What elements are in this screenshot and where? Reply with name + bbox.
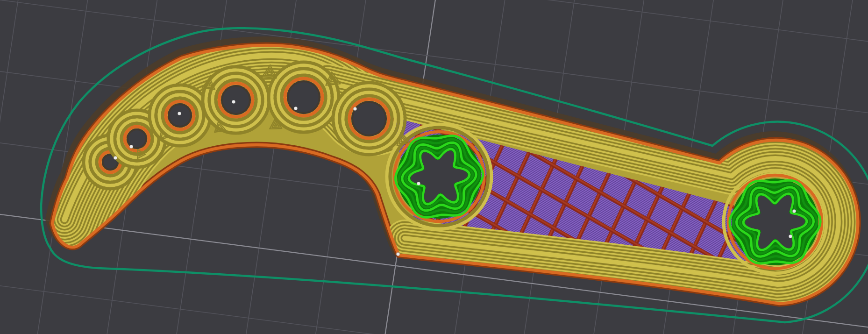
hole [351,101,387,136]
toolpath-ring [327,82,839,284]
hole-inner-shadow [103,155,118,170]
hole-perimeter [125,127,149,151]
grid-line-horizontal [0,320,868,334]
hole-toolpath-ring [336,86,402,151]
seam-marker-dot [114,156,117,160]
hole-perimeter [100,152,121,172]
hole-toolpath-ring [269,62,339,132]
toolpath-ring [327,82,839,284]
hole-toolpath-ring [333,83,405,155]
grid-line-vertical [738,0,868,334]
skirt-outline [41,28,868,322]
gap-fill-triangle [270,118,282,129]
grid-line-vertical [261,0,394,334]
gap-fill-triangle [137,149,145,158]
gap-fill-triangle [202,78,215,89]
hole-toolpath-ring [343,92,395,145]
gap-fill-triangle [139,152,142,156]
gap-fill-triangle [275,124,277,126]
hole-perimeter [166,101,194,129]
hole-perimeter [285,78,322,116]
seam-marker-dot [294,107,298,110]
toolpath-ring [327,82,839,284]
green-feature-base [397,135,481,219]
toolpath-ring [64,56,372,220]
toolpath-ring [64,56,372,220]
hole-toolpath-ring [97,149,124,176]
gap-fill-triangle [267,71,272,75]
toolpath-ring [64,56,372,220]
gap-fill-triangle [399,135,408,143]
gap-fill-triangle [205,80,213,88]
concentric-infill-handle [64,56,372,220]
gap-fill-triangle [262,65,277,78]
gap-fill-triangle [272,121,279,128]
hole-toolpath-ring [108,110,165,167]
green-feature-base [732,178,818,265]
green-feature-ring [399,139,480,214]
seam-marker-dot [129,145,133,149]
grid-line-vertical [602,0,735,334]
hole-inner-shadow [352,102,386,135]
green-feature-ring [402,142,476,210]
boss-hole [411,151,468,203]
part-base [52,45,858,304]
hole-toolpath-ring [203,67,269,133]
toolpath-ring [327,82,839,284]
hole [221,85,251,115]
grid-line-horizontal [0,0,868,88]
hole [102,154,119,171]
grid-line-horizontal [0,0,868,158]
hole-toolpath-ring [93,145,127,179]
gap-fill-triangle [401,138,405,142]
green-feature-ring [733,184,817,260]
hole-perimeter [349,99,389,138]
seam-marker-dot [789,235,792,238]
toolpath-ring [64,56,372,220]
toolpath-ring [64,56,372,220]
grid-line-horizontal [0,180,868,334]
hole-inner-shadow [169,104,191,127]
outer-perimeter [52,45,858,304]
grid-line-vertical [329,0,462,334]
hole-inner-shadow [222,86,250,114]
gap-fill-triangle [214,121,226,132]
toolpath-ring [64,56,372,220]
solid-infill-region [391,117,752,277]
hole-toolpath-ring [163,98,197,133]
hole-toolpath-ring [340,89,398,148]
build-plate-background [0,0,868,334]
grid-line-vertical [534,0,667,334]
toolpath-ring [64,56,372,220]
toolpath-ring [64,56,372,220]
toolpath-ring [327,82,839,284]
toolpath-ring [64,56,372,220]
gap-fill-triangles [137,65,410,158]
seam-marker-dot [792,209,796,213]
grid-line-vertical [397,0,530,334]
build-plate-grid [0,0,868,334]
hole-toolpath-ring [216,80,256,120]
hole [127,128,147,149]
hole-perimeter [394,132,484,221]
grid-line-vertical [56,0,189,334]
grid-line-horizontal [0,40,868,228]
boss-hole [745,195,805,249]
toolpath-ring [64,56,372,220]
hole-toolpath-ring [121,123,152,154]
seam-marker-dot [353,107,357,111]
hole-toolpath-ring [153,88,207,142]
hole-toolpath-ring [213,77,259,123]
grid-line-vertical [0,0,53,334]
grid-line-horizontal [0,0,868,18]
grid-infill-crosshatch-b [391,117,752,277]
toolpath-ring [327,82,839,284]
hole [168,103,192,128]
grid-line-vertical [124,0,257,334]
hole-toolpath-ring [275,69,332,126]
slicer-preview-canvas[interactable] [0,0,868,334]
boss-toolpath-ring [387,124,491,229]
toolpath-ring [64,56,372,220]
slicer-3d-viewport[interactable] [0,0,868,334]
seam-marker-dot [232,100,235,104]
